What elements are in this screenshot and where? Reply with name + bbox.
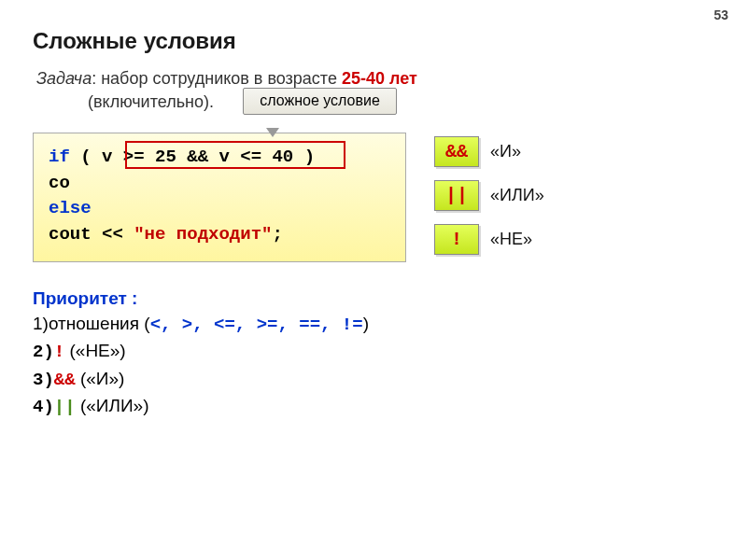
slide-title: Сложные условия [33,28,719,54]
priority-3: 3)&& («И») [33,366,719,394]
task-prefix: Задача [36,69,92,88]
semi: ; [272,224,282,245]
cout2: cout << [49,224,134,245]
p3-op: && [54,370,76,390]
or-label: «ИЛИ» [490,186,544,205]
task-line1: : набор сотрудников в возрасте [92,69,342,88]
operator-list: && «И» || «ИЛИ» ! «НЕ» [434,136,544,255]
kw-else: else [49,198,92,218]
priority-header: Приоритет : [33,288,719,309]
page-number: 53 [713,7,728,22]
p4-op: || [54,397,76,417]
p2-text: («НЕ») [64,341,125,360]
priority-2: 2)! («НЕ») [33,338,719,366]
p1-text: отношения ( [49,314,150,333]
p1-ops: <, >, <=, >=, ==, != [150,315,363,335]
main-row: сложное условие if ( v >= 25 && v <= 40 … [33,133,719,261]
p4-num: 4) [33,397,54,417]
op-or: || «ИЛИ» [434,180,544,211]
p1-close: ) [363,314,369,333]
cout-partial: co [49,173,70,193]
kw-if: if [49,147,70,167]
op-not: ! «НЕ» [434,224,544,255]
code-line-1: if ( v >= 25 && v <= 40 ) [49,145,390,171]
paren-open: ( [80,147,91,167]
slide-body: Сложные условия Задача: набор сотруднико… [0,0,747,430]
p2-num: 2) [33,342,54,362]
p4-text: («ИЛИ») [76,396,149,415]
p3-num: 3) [33,370,54,390]
callout-box: сложное условие [243,88,397,114]
priority-1: 1)отношения (<, >, <=, >=, ==, !=) [33,311,719,339]
priority-4: 4)|| («ИЛИ») [33,393,719,421]
code-area: сложное условие if ( v >= 25 && v <= 40 … [33,133,406,261]
code-line-4: cout << "не подходит"; [49,222,390,248]
condition-expr: v >= 25 && v <= 40 [92,147,304,167]
priority-block: Приоритет : 1)отношения (<, >, <=, >=, =… [33,288,719,421]
paren-close: ) [304,147,315,167]
p1-num: 1) [33,314,49,333]
and-badge: && [434,136,479,167]
task-age: 25-40 лет [342,69,417,88]
not-label: «НЕ» [490,230,532,249]
not-badge: ! [434,224,479,255]
callout-tail-icon [266,128,279,137]
code-box: if ( v >= 25 && v <= 40 ) co else cout <… [33,133,406,261]
p3-text: («И») [76,369,125,388]
or-badge: || [434,180,479,211]
string-2: "не подходит" [134,224,272,245]
code-line-3: else [49,196,390,222]
p2-op: ! [54,342,64,362]
and-label: «И» [490,142,521,161]
op-and: && «И» [434,136,544,167]
code-line-2: co [49,171,390,197]
